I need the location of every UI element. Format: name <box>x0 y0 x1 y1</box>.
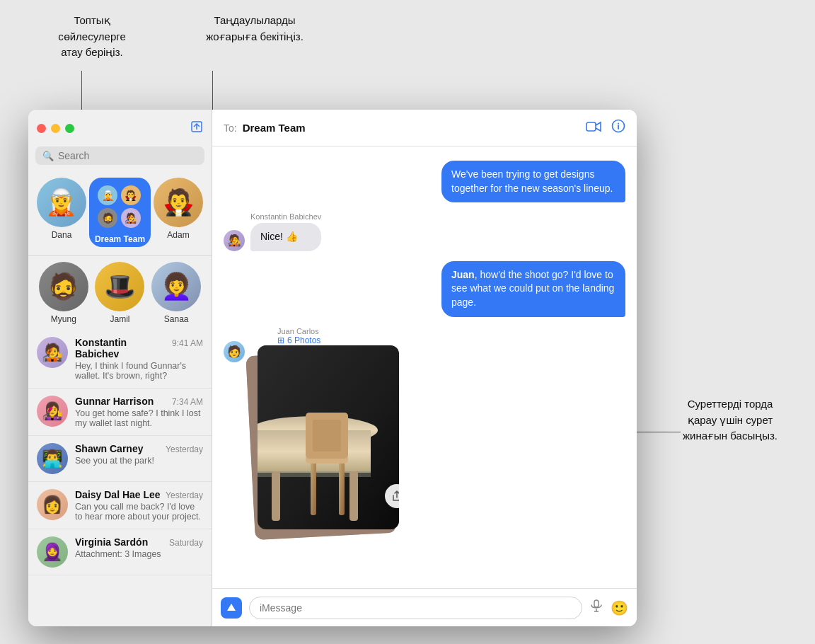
svg-rect-12 <box>339 459 345 515</box>
minimize-button[interactable] <box>51 124 60 133</box>
conv-time-daisy: Yesterday <box>166 490 203 500</box>
annotation-group-name: Топтықсөйлесулергеатау беріңіз. <box>35 13 149 61</box>
pinned-adam[interactable]: 🧛 Adam <box>154 178 203 247</box>
message-3: Juan, how'd the shoot go? I'd love to se… <box>224 261 625 317</box>
conv-time-shawn: Yesterday <box>166 444 203 454</box>
label-myung: Myung <box>51 314 76 324</box>
conv-content-konstantin: Konstantin Babichev 9:41 AM Hey, I think… <box>75 337 203 381</box>
annotation-pin: Таңдаулылардыжоғарыға бекітіңіз. <box>184 13 325 45</box>
window-controls <box>37 124 74 133</box>
conv-name-gunnar: Gunnar Harrison <box>75 396 154 407</box>
conv-preview-gunnar: You get home safe? I think I lost my wal… <box>75 408 203 428</box>
avatar-gunnar: 👩‍🎤 <box>37 396 68 427</box>
conv-konstantin[interactable]: 🧑‍🎤 Konstantin Babichev 9:41 AM Hey, I t… <box>28 330 212 389</box>
msg-col-3: Juan, how'd the shoot go? I'd love to se… <box>441 261 625 317</box>
conv-header-gunnar: Gunnar Harrison 7:34 AM <box>75 396 203 407</box>
group-mini-1: 🧝 <box>98 185 117 205</box>
conv-name-virginia: Virginia Sardón <box>75 536 148 548</box>
label-adam: Adam <box>167 230 189 240</box>
conv-content-virginia: Virginia Sardón Saturday Attachment: 3 I… <box>75 536 203 559</box>
svg-rect-16 <box>313 420 341 452</box>
photo-stack[interactable] <box>250 345 406 544</box>
label-jamil: Jamil <box>110 314 129 324</box>
avatar-konstantin: 🧑‍🎤 <box>37 337 68 368</box>
avatar-sanaa: 👩‍🦱 <box>151 262 201 311</box>
messages-area: We've been trying to get designs togethe… <box>212 146 637 588</box>
conv-header-daisy: Daisy Dal Hae Lee Yesterday <box>75 489 203 500</box>
conv-header-virginia: Virginia Sardón Saturday <box>75 536 203 548</box>
conv-content-gunnar: Gunnar Harrison 7:34 AM You get home saf… <box>75 396 203 428</box>
annotation-photos: Суреттерді тордақарау үшін суретжинағын … <box>659 396 801 444</box>
conv-daisy[interactable]: 👩 Daisy Dal Hae Lee Yesterday Can you ca… <box>28 482 212 529</box>
conv-shawn[interactable]: 👨‍💻 Shawn Carney Yesterday See you at th… <box>28 436 212 482</box>
search-bar[interactable]: 🔍 <box>35 146 204 165</box>
label-dana: Dana <box>52 230 72 240</box>
conv-preview-konstantin: Hey, I think I found Gunnar's wallet. It… <box>75 361 203 381</box>
svg-rect-11 <box>311 459 316 515</box>
group-mini-2: 🧛 <box>121 185 141 205</box>
conv-preview-daisy: Can you call me back? I'd love to hear m… <box>75 502 203 522</box>
titlebar <box>28 110 212 146</box>
maximize-button[interactable] <box>65 124 74 133</box>
photo-section: 🧑 Juan Carlos ⊞ 6 Photos <box>224 327 625 544</box>
avatar-dream-team: 🧝 🧛 🧔 🧑‍🎤 <box>95 182 144 231</box>
pinned-jamil[interactable]: 🎩 Jamil <box>95 262 144 324</box>
label-dream-team: Dream Team <box>95 234 145 244</box>
selected-wrapper: 🧝 🧛 🧔 🧑‍🎤 Dream Team <box>89 178 151 247</box>
juan-mention: Juan <box>451 269 475 280</box>
svg-rect-2 <box>586 122 596 131</box>
pinned-dana[interactable]: 🧝 Dana <box>37 178 86 247</box>
photo-label[interactable]: ⊞ 6 Photos <box>250 335 406 345</box>
msg-col-1: We've been trying to get designs togethe… <box>441 161 625 202</box>
header-actions <box>586 119 625 137</box>
pinned-myung[interactable]: 🧔 Myung <box>39 262 88 324</box>
conv-header-konstantin: Konstantin Babichev 9:41 AM <box>75 337 203 360</box>
conv-time-konstantin: 9:41 AM <box>172 338 203 348</box>
search-input[interactable] <box>58 150 197 161</box>
photo-content: Juan Carlos ⊞ 6 Photos <box>250 327 406 544</box>
label-sanaa: Sanaa <box>164 314 189 324</box>
conv-content-shawn: Shawn Carney Yesterday See you at the pa… <box>75 443 203 466</box>
compose-button[interactable] <box>190 120 203 137</box>
conv-time-gunnar: 7:34 AM <box>172 397 203 407</box>
svg-rect-18 <box>272 471 280 521</box>
pinned-row-2: 🧔 Myung 🎩 Jamil 👩‍🦱 Sanaa <box>28 256 212 330</box>
chat-area: To: Dream Team <box>212 110 637 626</box>
conv-header-shawn: Shawn Carney Yesterday <box>75 443 203 454</box>
emoji-button[interactable]: 🙂 <box>611 599 628 616</box>
pinned-dream-team[interactable]: 🧝 🧛 🧔 🧑‍🎤 Dream Team <box>89 178 151 247</box>
app-window: 🔍 🧝 Dana 🧝 🧛 🧔 🧑‍🎤 Dream Team <box>28 110 637 626</box>
grid-icon: ⊞ <box>277 335 284 345</box>
message-input[interactable] <box>249 597 582 619</box>
line-pin <box>212 71 213 113</box>
conv-gunnar[interactable]: 👩‍🎤 Gunnar Harrison 7:34 AM You get home… <box>28 389 212 436</box>
close-button[interactable] <box>37 124 46 133</box>
chat-header: To: Dream Team <box>212 110 637 146</box>
avatar-shawn: 👨‍💻 <box>37 443 68 474</box>
video-icon[interactable] <box>586 120 601 136</box>
avatar-jamil: 🎩 <box>95 262 144 311</box>
photo-card-front <box>258 345 399 529</box>
message-2: 🧑‍🎤 Konstantin Babichev Nice! 👍 <box>224 212 625 251</box>
msg-col-2: Konstantin Babichev Nice! 👍 <box>250 212 321 251</box>
svg-point-5 <box>618 123 619 125</box>
message-1: We've been trying to get designs togethe… <box>224 161 625 202</box>
conv-name-daisy: Daisy Dal Hae Lee <box>75 489 161 500</box>
input-bar: 🙂 <box>212 588 637 626</box>
bubble-3: Juan, how'd the shoot go? I'd love to se… <box>441 261 625 317</box>
photo-count: 6 Photos <box>287 335 320 345</box>
to-name: Dream Team <box>243 122 580 134</box>
msg-avatar-juan: 🧑 <box>224 341 245 362</box>
conv-preview-virginia: Attachment: 3 Images <box>75 549 203 559</box>
avatar-myung: 🧔 <box>39 262 88 311</box>
pinned-sanaa[interactable]: 👩‍🦱 Sanaa <box>151 262 201 324</box>
msg-avatar-konstantin: 🧑‍🎤 <box>224 230 245 251</box>
info-icon[interactable] <box>611 119 625 137</box>
avatar-adam: 🧛 <box>154 178 203 227</box>
photo-sender: Juan Carlos <box>250 327 406 335</box>
conv-virginia[interactable]: 🧕 Virginia Sardón Saturday Attachment: 3… <box>28 529 212 575</box>
avatar-daisy: 👩 <box>37 489 68 520</box>
app-store-button[interactable] <box>221 597 242 619</box>
audio-button[interactable] <box>589 599 603 616</box>
conversation-list: 🧑‍🎤 Konstantin Babichev 9:41 AM Hey, I t… <box>28 330 212 626</box>
